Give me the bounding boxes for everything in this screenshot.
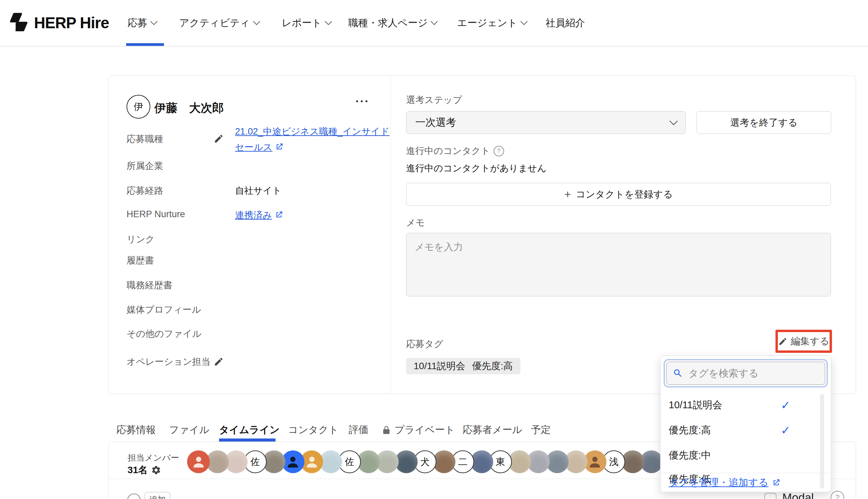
end-selection-button[interactable]: 選考を終了する xyxy=(697,111,831,134)
ongoing-contact-empty-text: 進行中のコンタクトがありません xyxy=(406,162,546,174)
search-icon xyxy=(673,368,683,378)
plus-icon: + xyxy=(564,187,571,201)
tab-files[interactable]: ファイル xyxy=(169,421,209,439)
option-label: 10/11説明会 xyxy=(669,398,722,412)
field-label: オペレーション担当 xyxy=(126,355,210,368)
tab-contacts[interactable]: コンタクト xyxy=(288,421,338,439)
tab-evaluation[interactable]: 評価 xyxy=(349,421,369,439)
applied-job-link-line2[interactable]: セールス xyxy=(235,141,284,153)
tag-option[interactable]: 10/11説明会 ✓ xyxy=(661,394,820,416)
check-icon: ✓ xyxy=(781,398,791,412)
nav-item-employees[interactable]: 社員紹介 xyxy=(545,0,585,46)
count-text: 31名 xyxy=(128,464,148,477)
tag-search-input[interactable] xyxy=(688,367,819,379)
field-label: リンク xyxy=(126,233,155,245)
register-contact-button[interactable]: + コンタクトを登録する xyxy=(406,183,831,206)
tab-applicant-mail[interactable]: 応募者メール xyxy=(462,421,522,439)
tab-label: コンタクト xyxy=(288,423,338,437)
button-label: コンタクトを登録する xyxy=(576,188,673,201)
label-text: 選考ステップ xyxy=(406,94,462,106)
label-text: 進行中のコンタクト xyxy=(406,145,490,157)
field-label: 応募職種 xyxy=(126,133,163,145)
nav-label: エージェント xyxy=(457,16,517,30)
selection-step-select[interactable]: 一次選考 xyxy=(406,111,686,134)
field-label: 応募経路 xyxy=(126,185,163,197)
option-label: 優先度:高 xyxy=(669,424,711,437)
member-avatar[interactable] xyxy=(187,450,210,473)
manage-tags-link[interactable]: タグを管理・追加する xyxy=(669,476,768,489)
tab-private[interactable]: プライベート xyxy=(382,421,455,439)
check-icon: ✓ xyxy=(781,424,791,437)
brand-name: HERP Hire xyxy=(34,14,109,32)
applied-job-link-line1[interactable]: 21.02_中途ビジネス職種_インサイド xyxy=(235,125,389,138)
field-label: 媒体プロフィール xyxy=(126,304,201,316)
link-text[interactable]: セールス xyxy=(235,142,273,152)
modal-checkbox[interactable] xyxy=(764,493,776,499)
external-link-icon xyxy=(275,143,284,151)
tag-option[interactable]: 優先度:中 ✓ xyxy=(661,444,820,467)
tag-dropdown-panel: 10/11説明会 ✓ 優先度:高 ✓ 優先度:中 ✓ 優先度:低 ✓ タグを管理… xyxy=(660,355,831,492)
members-count: 31名 xyxy=(128,464,161,477)
tab-label: 予定 xyxy=(531,423,551,437)
search-focus-ring xyxy=(664,359,828,388)
field-label: 履歴書 xyxy=(126,254,154,267)
tab-schedule[interactable]: 予定 xyxy=(531,421,551,439)
option-label: 優先度:中 xyxy=(669,449,711,462)
button-label: 編集する xyxy=(791,335,829,348)
nav-item-reports[interactable]: レポート xyxy=(282,0,331,46)
gear-icon[interactable] xyxy=(151,465,161,475)
chevron-down-icon xyxy=(431,18,438,25)
herp-logo-icon xyxy=(8,12,30,33)
candidate-name: 伊藤 大次郎 xyxy=(154,100,224,116)
field-label: 職務経歴書 xyxy=(126,279,172,291)
candidate-avatar: 伊 xyxy=(126,95,150,119)
nav-label: レポート xyxy=(282,16,322,30)
nav-item-jobs[interactable]: 職種・求人ページ xyxy=(348,0,437,46)
memo-textarea[interactable] xyxy=(406,233,831,296)
app-header: HERP Hire 応募 アクティビティ レポート 職種・求人ページ エージェン… xyxy=(0,0,868,47)
brand-logo[interactable]: HERP Hire xyxy=(8,12,109,33)
application-source-value: 自社サイト xyxy=(235,185,282,197)
nurture-status-link[interactable]: 連携済み xyxy=(235,209,283,221)
selection-step-label: 選考ステップ xyxy=(406,94,462,106)
nav-item-activity[interactable]: アクティビティ xyxy=(179,0,259,46)
external-link-icon xyxy=(772,478,781,487)
help-icon[interactable]: ? xyxy=(494,146,504,156)
chevron-down-icon xyxy=(325,18,332,25)
ongoing-contact-label: 進行中のコンタクト ? xyxy=(406,145,504,157)
tab-label: 応募情報 xyxy=(116,423,156,437)
candidate-card: 伊 伊藤 大次郎 ••• 応募職種 21.02_中途ビジネス職種_インサイド セ… xyxy=(108,75,856,394)
memo-label: メモ xyxy=(406,217,425,229)
lock-icon xyxy=(382,425,391,435)
chevron-down-icon xyxy=(150,18,157,25)
edit-tags-button-annotated[interactable]: 編集する xyxy=(775,330,832,353)
tab-timeline[interactable]: タイムライン xyxy=(219,421,280,439)
edit-pencil-icon[interactable] xyxy=(214,356,224,367)
page: HERP Hire 応募 アクティビティ レポート 職種・求人ページ エージェン… xyxy=(0,0,868,499)
tab-label: ファイル xyxy=(169,423,209,437)
nav-item-applications[interactable]: 応募 xyxy=(128,0,156,46)
card-divider xyxy=(390,76,391,394)
edit-pencil-icon[interactable] xyxy=(214,134,224,144)
add-button-partial[interactable]: 追加 xyxy=(144,492,171,499)
nav-item-agents[interactable]: エージェント xyxy=(457,0,527,46)
tag-chip: 優先度:高 xyxy=(465,358,520,374)
tab-label: 評価 xyxy=(349,423,369,437)
tab-label: 応募者メール xyxy=(462,423,522,437)
chevron-down-icon xyxy=(253,18,260,25)
tag-option[interactable]: 優先度:高 ✓ xyxy=(661,419,820,441)
link-text[interactable]: 連携済み xyxy=(235,210,272,220)
more-menu-button[interactable]: ••• xyxy=(356,97,370,106)
active-tab-underline xyxy=(219,438,276,441)
tag-search-field[interactable] xyxy=(666,362,825,385)
selected-step: 一次選考 xyxy=(415,115,456,130)
tab-label: プライベート xyxy=(395,423,455,437)
button-label: 選考を終了する xyxy=(730,116,798,129)
nav-label: 職種・求人ページ xyxy=(348,16,427,30)
tab-label: タイムライン xyxy=(219,423,280,437)
nav-label: アクティビティ xyxy=(179,16,250,30)
external-link-icon xyxy=(275,210,283,219)
nav-label: 社員紹介 xyxy=(545,16,585,30)
chevron-down-icon xyxy=(670,117,677,125)
tab-application-info[interactable]: 応募情報 xyxy=(116,421,156,439)
